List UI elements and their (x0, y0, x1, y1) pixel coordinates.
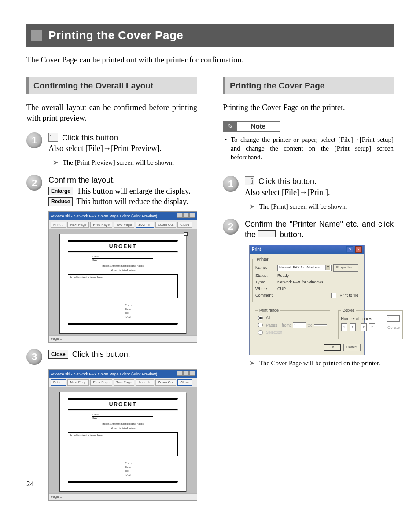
page-title: Printing the Cover Page (48, 28, 183, 43)
left-step1-line2: Also select [File]→[Print Preview]. (48, 143, 197, 154)
left-step1-result: ➤ The [Print Preview] screen will be sho… (53, 158, 197, 167)
right-step2-text-b: button. (280, 230, 304, 239)
toolbar-print-button[interactable]: Print... (51, 222, 66, 228)
left-step3-text: Click this button. (70, 350, 130, 359)
printer-name-select[interactable]: Network FAX for Windows (277, 265, 332, 271)
result-arrow-icon: ➤ (53, 159, 59, 166)
column-divider (210, 77, 210, 507)
right-step2-result: ➤ The Cover Page will be printed on the … (249, 359, 394, 367)
blank-button-label (258, 230, 276, 237)
left-step2-line1: Confirm the layout. (48, 175, 197, 185)
print-dialog-figure: Print ? × Printer Name: Network FAX for … (249, 245, 365, 356)
toolbar-next-button[interactable]: Next Page (67, 379, 89, 386)
range-selection-radio (258, 330, 263, 335)
print-range-fieldset: Print range All Pages from: 1 to: Select… (255, 308, 330, 339)
right-section-title: Printing the Cover Page (223, 77, 394, 94)
right-section-intro: Printing the Cover Page on the printer. (223, 102, 394, 113)
toolbar-next-button[interactable]: Next Page (67, 222, 89, 228)
left-section-intro: The overall layout can be confirmed befo… (26, 102, 197, 124)
toolbar-print-button[interactable]: Print... (51, 379, 66, 386)
ok-button[interactable]: OK (324, 344, 341, 351)
range-pages-radio[interactable] (258, 323, 263, 327)
note-label: Note (237, 121, 280, 131)
range-all-radio[interactable] (258, 316, 263, 320)
preview-toolbar: Print... Next Page Prev Page Two Page Zo… (49, 220, 197, 230)
page-title-bar: Printing the Cover Page (26, 24, 394, 47)
page-intro: The Cover Page can be printed out with t… (26, 55, 394, 65)
enlarge-button-label: Enlarge (48, 187, 73, 195)
print-icon (245, 176, 254, 185)
help-icon[interactable]: ? (346, 246, 353, 253)
result-arrow-icon: ➤ (249, 360, 255, 367)
page-number: 24 (26, 479, 34, 489)
right-step1-result: ➤ The [Print] screen will be shown. (249, 202, 394, 211)
window-controls: ? × (346, 246, 362, 253)
left-step2-enlarge-text: This button will enlarge the display. (75, 187, 191, 195)
reduce-button-label: Reduce (48, 197, 73, 206)
to-input[interactable] (314, 324, 327, 326)
print-preview-figure-1: At once.ski - Network FAX Cover Page Edi… (48, 211, 197, 343)
step-number-1-icon: 1 (223, 176, 239, 192)
from-input[interactable]: 1 (293, 322, 306, 329)
toolbar-prev-button[interactable]: Prev Page (90, 222, 112, 228)
title-square-icon (31, 30, 42, 41)
toolbar-zoom-in-button[interactable]: Zoom In (136, 222, 154, 228)
copies-fieldset: Copies Number of copies: 1 11 22 Collate (338, 308, 403, 339)
close-icon[interactable]: × (355, 246, 362, 253)
print-dialog-title: Print (252, 246, 261, 253)
toolbar-zoom-out-button[interactable]: Zoom Out (155, 379, 177, 386)
printer-fieldset: Printer Name: Network FAX for Windows Pr… (252, 257, 361, 303)
step-number-3-icon: 3 (26, 349, 42, 365)
left-step2-reduce-text: This button will reduce the display. (74, 197, 188, 206)
step-number-1-icon: 1 (26, 132, 42, 148)
preview-statusbar: Page 1 (49, 335, 197, 342)
left-step1-line1: Click this button. (62, 133, 120, 142)
copies-input[interactable]: 1 (387, 315, 400, 322)
left-step3-result: ➤ You will return to the previous screen… (53, 504, 197, 507)
note-header: ✎ Note (223, 121, 280, 131)
cancel-button[interactable]: Cancel (343, 344, 361, 351)
print-preview-figure-2: At once.ski - Network FAX Cover Page Edi… (48, 369, 197, 501)
step-number-2-icon: 2 (26, 175, 42, 191)
print-to-file-checkbox[interactable] (331, 293, 336, 298)
print-preview-icon (48, 133, 58, 142)
window-controls (177, 213, 195, 219)
left-section-title: Confirming the Overall Layout (26, 77, 197, 94)
result-arrow-icon: ➤ (249, 203, 255, 210)
right-step1-line2: Also select [File]→[Print]. (245, 187, 394, 198)
toolbar-prev-button[interactable]: Prev Page (90, 379, 112, 386)
toolbar-two-page-button[interactable]: Two Page (114, 222, 135, 228)
toolbar-two-page-button[interactable]: Two Page (114, 379, 135, 386)
toolbar-close-button[interactable]: Close (177, 222, 192, 228)
note-body: • To change the printer or paper, select… (223, 132, 394, 167)
right-step1-line1: Click this button. (258, 177, 317, 186)
result-arrow-icon: ➤ (53, 505, 59, 507)
toolbar-zoom-out-button[interactable]: Zoom Out (155, 222, 177, 228)
note-pencil-icon: ✎ (223, 121, 237, 131)
preview-window-title: At once.ski - Network FAX Cover Page Edi… (51, 213, 157, 219)
cover-urgent-label: URGENT (68, 242, 178, 251)
collate-checkbox[interactable] (379, 325, 384, 330)
close-button-label: Close (48, 350, 68, 359)
step-number-2-icon: 2 (223, 219, 239, 235)
properties-button[interactable]: Properties... (333, 264, 358, 272)
toolbar-zoom-in-button[interactable]: Zoom In (136, 379, 154, 386)
toolbar-close-button[interactable]: Close (177, 379, 192, 386)
